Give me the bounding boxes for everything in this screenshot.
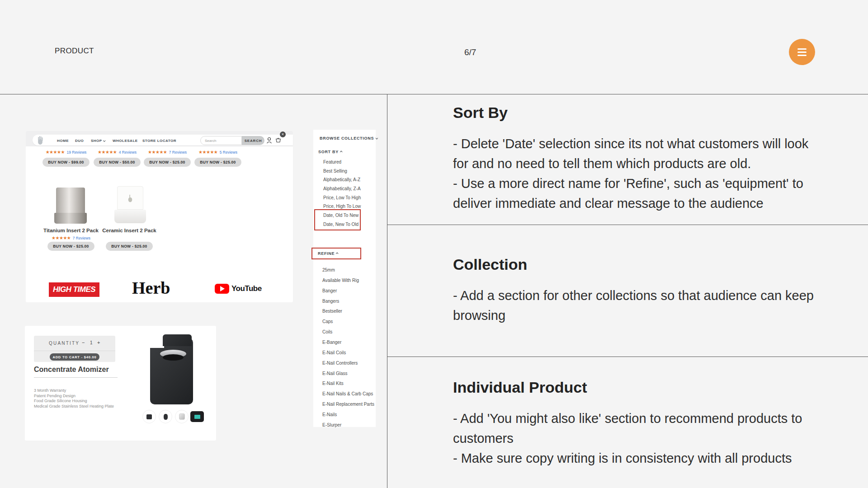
refine-option[interactable]: Bestseller xyxy=(322,306,374,317)
nav-item-store-locator[interactable]: STORE LOCATOR xyxy=(142,139,176,143)
store-collection-screenshot: HOME DUO SHOP WHOLESALE STORE LOCATOR Se… xyxy=(26,131,293,302)
account-icon[interactable] xyxy=(266,137,272,144)
review-link[interactable]: 4 Reviews xyxy=(119,150,137,155)
youtube-logo: YouTube xyxy=(215,284,262,294)
red-annotation-box-date-options xyxy=(314,209,361,230)
annotation-body-collection: - Add a section for other collections so… xyxy=(453,286,821,325)
hamburger-icon xyxy=(797,48,807,50)
nav-item-duo[interactable]: DUO xyxy=(75,139,84,143)
chevron-up-icon xyxy=(340,150,343,153)
sort-option[interactable]: Alphabetically, Z-A xyxy=(323,184,361,193)
header-divider xyxy=(0,94,868,94)
store-product-screenshot: QUANTITY − 1 + ADD TO CART - $40.00 Conc… xyxy=(25,326,216,441)
refine-option[interactable]: E-Nail Glass xyxy=(322,369,374,379)
annotation-body-individual-product: - Add 'You might also like' section to r… xyxy=(453,408,821,468)
refine-option[interactable]: E-Nail Kits xyxy=(322,379,374,389)
annotation-title-sort-by: Sort By xyxy=(453,104,508,122)
review-link[interactable]: 19 Reviews xyxy=(66,150,86,155)
page-title: PRODUCT xyxy=(55,47,94,56)
ceramic-insert-image[interactable] xyxy=(114,186,146,224)
buy-now-button[interactable]: BUY NOW - $25.00 xyxy=(106,242,152,251)
star-rating: ★★★★★ xyxy=(198,150,217,155)
annotation-body-sort-by: - Delete 'Date' selection since its not … xyxy=(453,134,821,213)
top-product-4: ★★★★★ 5 Reviews xyxy=(189,147,247,155)
refine-option[interactable]: 25mm xyxy=(322,265,374,276)
quantity-row: QUANTITY − 1 + xyxy=(34,336,115,351)
variant-thumbnail-1[interactable] xyxy=(142,410,156,423)
hamburger-icon xyxy=(797,55,807,56)
top-product-1: ★★★★★ 19 Reviews xyxy=(37,147,95,155)
atomizer-product-image xyxy=(150,333,193,404)
refine-option[interactable]: Bangers xyxy=(322,296,374,307)
review-link[interactable]: 7 Reviews xyxy=(73,236,90,240)
cart-icon[interactable] xyxy=(275,137,281,144)
add-to-cart-button[interactable]: ADD TO CART - $40.00 xyxy=(50,353,99,361)
product-title[interactable]: Ceramic Insert 2 Pack xyxy=(102,228,156,233)
star-rating: ★★★★★ xyxy=(52,235,71,240)
sort-option[interactable]: Alphabetically, A-Z xyxy=(323,175,361,184)
quantity-panel: QUANTITY − 1 + ADD TO CART - $40.00 xyxy=(34,336,115,362)
variant-thumbnail-3[interactable] xyxy=(175,410,189,423)
product-title[interactable]: Titanium Insert 2 Pack xyxy=(43,228,99,233)
collections-filter-panel: BROWSE COLLECTIONS SORT BY Featured Best… xyxy=(313,130,376,427)
refine-option[interactable]: E-Slurper xyxy=(322,420,374,431)
search-input[interactable]: Search xyxy=(200,136,242,145)
chevron-down-icon xyxy=(376,137,378,140)
sort-option[interactable]: Best Selling xyxy=(323,167,361,176)
refine-option[interactable]: E-Nail Nails & Carb Caps xyxy=(322,389,374,399)
search-button[interactable]: SEARCH xyxy=(242,136,264,145)
close-icon[interactable]: × xyxy=(280,131,286,137)
nav-item-shop[interactable]: SHOP xyxy=(91,139,105,143)
refine-option[interactable]: E-Nails xyxy=(322,410,374,420)
sort-by-toggle[interactable]: SORT BY xyxy=(318,150,342,154)
buy-now-button[interactable]: BUY NOW - $25.00 xyxy=(144,158,190,167)
page-indicator: 6/7 xyxy=(464,47,476,57)
star-rating: ★★★★★ xyxy=(98,150,117,155)
sort-option[interactable]: Price, Low To High xyxy=(323,193,361,202)
annotation-title-individual-product: Individual Product xyxy=(453,379,587,396)
nav-item-home[interactable]: HOME xyxy=(57,139,69,143)
buy-now-button[interactable]: BUY NOW - $99.00 xyxy=(42,158,89,167)
buy-now-button[interactable]: BUY NOW - $25.00 xyxy=(194,158,241,167)
refine-option[interactable]: Available With Rig xyxy=(322,276,374,286)
product-page-title: Concentrate Atomizer xyxy=(34,366,109,374)
menu-button[interactable] xyxy=(789,39,815,65)
review-link[interactable]: 5 Reviews xyxy=(220,150,237,155)
herb-logo: Herb xyxy=(132,278,170,298)
refine-toggle[interactable]: REFINE xyxy=(318,251,338,256)
youtube-play-icon xyxy=(215,284,229,294)
refine-option[interactable]: E-Nail Controllers xyxy=(322,358,374,369)
refine-option[interactable]: E-Nail Coils xyxy=(322,348,374,358)
refine-option[interactable]: E-Nail Replacement Parts xyxy=(322,399,374,410)
buy-now-button[interactable]: BUY NOW - $50.00 xyxy=(94,158,140,167)
browse-collections-toggle[interactable]: BROWSE COLLECTIONS xyxy=(320,136,377,141)
nav-item-wholesale[interactable]: WHOLESALE xyxy=(113,139,138,143)
review-link[interactable]: 7 Reviews xyxy=(169,150,187,155)
hamburger-icon xyxy=(797,52,807,53)
titanium-insert-image[interactable] xyxy=(54,188,87,225)
quantity-label: QUANTITY xyxy=(49,341,80,346)
refine-option[interactable]: Caps xyxy=(322,317,374,327)
refine-option[interactable]: E-Banger xyxy=(322,338,374,348)
product-features: 3 Month Warranty Patent Pending Design F… xyxy=(34,388,114,409)
hightimes-logo: HIGH TIMES xyxy=(49,282,99,297)
sort-option[interactable]: Featured xyxy=(323,158,361,167)
refine-option[interactable]: Banger xyxy=(322,286,374,296)
store-logo-hand-icon xyxy=(37,136,44,145)
quantity-increase-button[interactable]: + xyxy=(97,340,100,345)
variant-thumbnail-2[interactable] xyxy=(159,410,172,423)
top-product-3: ★★★★★ 7 Reviews xyxy=(138,147,197,155)
quantity-decrease-button[interactable]: − xyxy=(82,340,85,345)
hand-logo-mark-icon xyxy=(127,194,133,202)
annotation-title-collection: Collection xyxy=(453,256,527,273)
section-divider-1 xyxy=(387,225,868,225)
refine-options-list: 25mm Available With Rig Banger Bangers B… xyxy=(322,265,374,431)
star-rating: ★★★★★ xyxy=(46,150,65,155)
quantity-value: 1 xyxy=(90,340,93,345)
star-rating: ★★★★★ xyxy=(148,150,167,155)
buy-now-button[interactable]: BUY NOW - $25.00 xyxy=(47,242,94,251)
variant-thumbnail-4[interactable] xyxy=(190,411,204,422)
title-divider xyxy=(34,377,118,378)
section-divider-2 xyxy=(387,357,868,357)
refine-option[interactable]: Coils xyxy=(322,327,374,338)
